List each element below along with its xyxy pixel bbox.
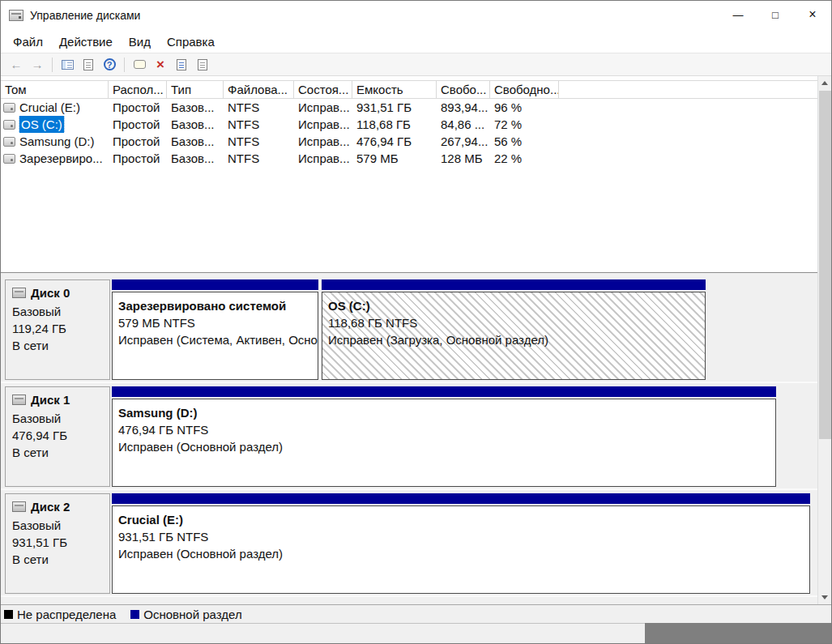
cell-free: 267,94...: [437, 133, 490, 150]
cell-filesystem: NTFS: [224, 133, 294, 150]
disk-1-header[interactable]: Диск 1 Базовый 476,94 ГБ В сети: [5, 386, 110, 487]
partition-label: Зарезервировано системой: [118, 297, 318, 314]
cell-status: Исправ...: [294, 99, 352, 116]
vertical-scrollbar[interactable]: [817, 76, 831, 604]
disk-2-header[interactable]: Диск 2 Базовый 931,51 ГБ В сети: [5, 493, 110, 594]
disk-size: 119,24 ГБ: [12, 320, 103, 337]
partition-status: Исправен (Основной раздел): [118, 545, 809, 562]
partition-os-c-selected[interactable]: OS (C:) 118,68 ГБ NTFS Исправен (Загрузк…: [322, 279, 706, 380]
partition-label: Crucial (E:): [118, 511, 809, 528]
column-header-layout[interactable]: Распол...: [109, 81, 167, 98]
table-row-system-reserved[interactable]: Зарезервиро... Простой Базов... NTFS Исп…: [1, 150, 819, 167]
delete-volume-icon[interactable]: ×: [151, 55, 170, 74]
disk-status: В сети: [12, 337, 103, 354]
partition-crucial-e[interactable]: Crucial (E:) 931,51 ГБ NTFS Исправен (Ос…: [112, 493, 810, 594]
volume-list-pane: Том Распол... Тип Файлова... Состоя... Е…: [1, 76, 819, 273]
unallocated-label: Не распределена: [17, 608, 116, 621]
column-header-volume[interactable]: Том: [1, 81, 109, 98]
cell-layout: Простой: [109, 116, 167, 133]
close-button[interactable]: ×: [794, 1, 831, 28]
disk-name: Диск 1: [31, 393, 70, 407]
cell-layout: Простой: [109, 150, 167, 167]
cell-free: 84,86 ...: [437, 116, 490, 133]
cell-free-pct: 72 %: [490, 116, 559, 133]
disk-icon: [12, 395, 26, 405]
properties-icon[interactable]: [172, 55, 191, 74]
bottom-strip: [1, 623, 832, 644]
minimize-button[interactable]: —: [719, 1, 757, 28]
forward-icon[interactable]: →: [28, 55, 47, 74]
disk-icon: [12, 501, 26, 512]
bottom-strip-light: [1, 623, 645, 644]
cell-type: Базов...: [167, 150, 224, 167]
scrollbar-thumb[interactable]: [819, 91, 831, 439]
help-icon[interactable]: ?: [100, 55, 119, 74]
column-header-filesystem[interactable]: Файлова...: [224, 81, 294, 98]
partition-samsung-d[interactable]: Samsung (D:) 476,94 ГБ NTFS Исправен (Ос…: [112, 386, 776, 487]
action-pane-icon[interactable]: [130, 55, 149, 74]
column-header-filler: [559, 81, 819, 98]
cell-filesystem: NTFS: [224, 99, 294, 116]
cell-status: Исправ...: [294, 116, 352, 133]
column-header-free-pct[interactable]: Свободно...: [490, 81, 559, 98]
cell-free: 128 МБ: [437, 150, 490, 167]
column-header-type[interactable]: Тип: [167, 81, 224, 98]
table-row-os-c-selected[interactable]: OS (C:) Простой Базов... NTFS Исправ... …: [1, 116, 819, 133]
volume-icon: [3, 103, 15, 113]
volume-name: Crucial (E:): [19, 99, 80, 116]
menu-file[interactable]: Файл: [5, 32, 51, 52]
disk-size: 476,94 ГБ: [12, 427, 103, 444]
menu-action[interactable]: Действие: [51, 32, 121, 52]
table-row-crucial[interactable]: Crucial (E:) Простой Базов... NTFS Испра…: [1, 99, 819, 116]
back-icon[interactable]: ←: [6, 55, 26, 74]
cell-status: Исправ...: [294, 150, 352, 167]
volume-name-selected: OS (C:): [19, 116, 64, 133]
partition-status: Исправен (Система, Активен, Осно: [118, 331, 318, 348]
disk-management-app-icon: [9, 10, 23, 21]
cell-filesystem: NTFS: [224, 150, 294, 167]
partition-label: OS (C:): [328, 297, 705, 314]
column-header-status[interactable]: Состоя...: [294, 81, 352, 98]
disk-icon: [12, 288, 26, 298]
partition-size: 476,94 ГБ NTFS: [118, 421, 775, 438]
bottom-strip-dark: [645, 623, 832, 644]
volume-name: Зарезервиро...: [19, 150, 103, 167]
legend-bar: Не распределена Основной раздел: [1, 604, 832, 623]
disk-management-window: Управление дисками — □ × Файл Действие В…: [0, 0, 832, 644]
cell-capacity: 118,68 ГБ: [352, 116, 437, 133]
cell-free-pct: 56 %: [490, 133, 559, 150]
cell-free: 893,94...: [437, 99, 490, 116]
help-topics-icon[interactable]: [193, 55, 212, 74]
scroll-up-icon[interactable]: [818, 76, 831, 90]
disk-0-header[interactable]: Диск 0 Базовый 119,24 ГБ В сети: [5, 279, 110, 380]
column-header-free[interactable]: Свобо...: [437, 81, 490, 98]
disk-type: Базовый: [12, 517, 103, 534]
scroll-down-icon[interactable]: [818, 591, 831, 604]
export-list-icon[interactable]: [79, 55, 98, 74]
column-header-capacity[interactable]: Емкость: [352, 81, 437, 98]
cell-layout: Простой: [109, 99, 167, 116]
primary-partition-label: Основной раздел: [143, 608, 241, 621]
maximize-button[interactable]: □: [757, 1, 794, 28]
disk-name: Диск 0: [31, 286, 70, 300]
volume-icon: [3, 154, 15, 164]
graphical-view-pane: Диск 0 Базовый 119,24 ГБ В сети Зарезерв…: [1, 273, 819, 604]
partition-system-reserved[interactable]: Зарезервировано системой 579 МБ NTFS Исп…: [112, 279, 318, 380]
cell-free-pct: 96 %: [490, 99, 559, 116]
partition-color-strip: [322, 279, 706, 290]
disk-row-0: Диск 0 Базовый 119,24 ГБ В сети Зарезерв…: [1, 276, 819, 383]
console-tree-icon[interactable]: [58, 55, 77, 74]
window-title: Управление дисками: [30, 9, 140, 22]
volume-icon: [3, 137, 15, 147]
window-controls: — □ ×: [719, 1, 831, 28]
primary-partition-swatch: [130, 610, 139, 619]
disk-1-partitions: Samsung (D:) 476,94 ГБ NTFS Исправен (Ос…: [112, 386, 816, 487]
table-row-samsung[interactable]: Samsung (D:) Простой Базов... NTFS Испра…: [1, 133, 819, 150]
cell-layout: Простой: [109, 133, 167, 150]
menu-view[interactable]: Вид: [121, 32, 159, 52]
disk-type: Базовый: [12, 410, 103, 427]
cell-capacity: 579 МБ: [352, 150, 437, 167]
menu-help[interactable]: Справка: [159, 32, 223, 52]
menu-bar: Файл Действие Вид Справка: [1, 30, 831, 53]
cell-free-pct: 22 %: [490, 150, 559, 167]
